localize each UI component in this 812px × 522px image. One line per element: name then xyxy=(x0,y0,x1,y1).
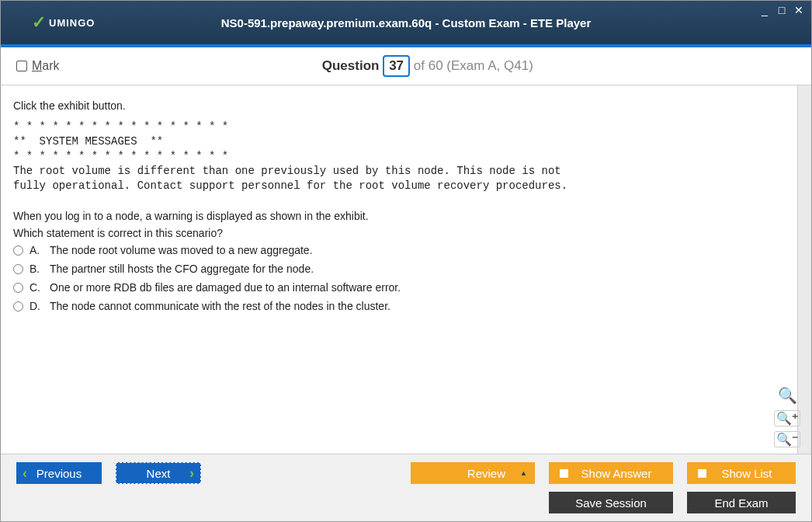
next-button[interactable]: Next xyxy=(116,462,201,484)
logo-check-icon: ✓ xyxy=(32,12,46,33)
save-session-button[interactable]: Save Session xyxy=(549,492,673,513)
answer-letter: D. xyxy=(29,300,43,312)
minimize-icon[interactable]: _ xyxy=(758,4,771,16)
close-icon[interactable]: ✕ xyxy=(793,4,805,16)
answer-text: The node cannot communicate with the res… xyxy=(50,300,390,312)
action-buttons: Review Show Answer Show List xyxy=(411,462,796,484)
zoom-in-icon[interactable]: 🔍⁺ xyxy=(774,410,800,426)
end-exam-button[interactable]: End Exam xyxy=(687,492,796,513)
window-title: NS0-591.prepaway.premium.exam.60q - Cust… xyxy=(221,16,592,30)
zoom-out-icon[interactable]: 🔍⁻ xyxy=(774,431,800,447)
answers-list: A. The node root volume was moved to a n… xyxy=(13,244,799,312)
titlebar: ✓ UMINGO NS0-591.prepaway.premium.exam.6… xyxy=(1,1,811,44)
content-area: Click the exhibit button. * * * * * * * … xyxy=(1,85,811,454)
review-button[interactable]: Review xyxy=(411,462,535,484)
question-total: of 60 (Exam A, Q41) xyxy=(414,58,533,73)
question-text: Which statement is correct in this scena… xyxy=(13,227,799,239)
footer-row-1: Previous Next Review Show Answer Show Li… xyxy=(16,462,796,484)
answer-letter: C. xyxy=(29,281,43,294)
logo: ✓ UMINGO xyxy=(32,12,95,33)
question-label: Question xyxy=(322,58,380,73)
answer-text: One or more RDB db files are damaged due… xyxy=(50,281,401,294)
footer-row-2: Save Session End Exam xyxy=(16,492,796,513)
answer-letter: A. xyxy=(29,244,43,256)
question-number: 37 xyxy=(383,55,410,77)
previous-button[interactable]: Previous xyxy=(16,462,102,484)
window-controls: _ □ ✕ xyxy=(758,4,805,16)
search-icon[interactable]: 🔍 xyxy=(774,385,800,405)
answer-option-d[interactable]: D. The node cannot communicate with the … xyxy=(13,300,799,312)
show-list-button[interactable]: Show List xyxy=(687,462,796,484)
mark-section[interactable]: Mark xyxy=(16,59,60,73)
answer-option-c[interactable]: C. One or more RDB db files are damaged … xyxy=(13,281,799,294)
answer-radio-c[interactable] xyxy=(13,283,23,293)
question-bar: Mark Question 37 of 60 (Exam A, Q41) xyxy=(1,47,811,85)
answer-letter: B. xyxy=(29,263,43,275)
intro-text: Click the exhibit button. xyxy=(13,99,799,112)
show-answer-button[interactable]: Show Answer xyxy=(549,462,673,484)
mark-checkbox[interactable] xyxy=(16,61,27,71)
answer-option-a[interactable]: A. The node root volume was moved to a n… xyxy=(13,244,799,256)
scenario-text: When you log in to a node, a warning is … xyxy=(13,210,799,222)
answer-text: The partner still hosts the CFO aggregat… xyxy=(50,263,314,275)
zoom-tools: 🔍 🔍⁺ 🔍⁻ xyxy=(774,385,800,447)
footer: Previous Next Review Show Answer Show Li… xyxy=(1,454,811,521)
maximize-icon[interactable]: □ xyxy=(776,4,788,16)
answer-option-b[interactable]: B. The partner still hosts the CFO aggre… xyxy=(13,263,799,275)
question-info: Question 37 of 60 (Exam A, Q41) xyxy=(60,55,796,77)
mark-label[interactable]: Mark xyxy=(32,59,60,73)
nav-buttons: Previous Next xyxy=(16,462,201,484)
answer-radio-a[interactable] xyxy=(13,245,23,256)
exhibit-block: * * * * * * * * * * * * * * * * * ** SYS… xyxy=(13,120,799,193)
answer-radio-d[interactable] xyxy=(13,301,23,311)
answer-text: The node root volume was moved to a new … xyxy=(50,244,313,256)
answer-radio-b[interactable] xyxy=(13,264,23,274)
logo-text: UMINGO xyxy=(49,17,95,29)
